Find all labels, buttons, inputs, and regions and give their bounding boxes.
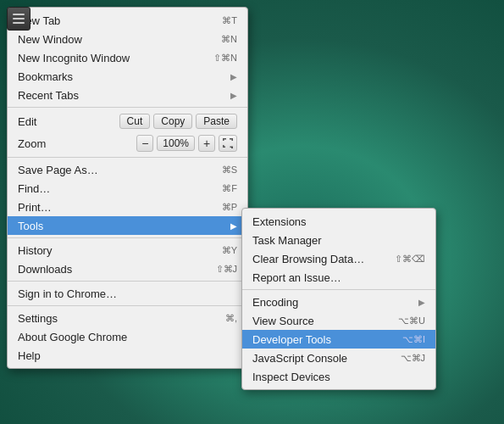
menu-item-settings[interactable]: Settings ⌘,: [8, 309, 247, 327]
submenu-item-inspect-devices[interactable]: Inspect Devices: [242, 367, 435, 386]
chrome-menu-button[interactable]: [7, 7, 30, 31]
separator: [8, 305, 247, 306]
submenu-item-javascript-console[interactable]: JavaScript Console ⌥⌘J: [242, 349, 435, 367]
menu-item-history[interactable]: History ⌘Y: [8, 241, 247, 259]
hamburger-line: [13, 14, 25, 15]
fullscreen-button[interactable]: [219, 135, 237, 152]
copy-button[interactable]: Copy: [153, 114, 192, 129]
submenu-item-view-source[interactable]: View Source ⌥⌘U: [242, 311, 435, 330]
zoom-row: Zoom − 100% +: [8, 132, 247, 154]
separator: [242, 289, 435, 290]
paste-button[interactable]: Paste: [196, 114, 237, 129]
submenu-item-report-issue[interactable]: Report an Issue…: [242, 268, 435, 287]
submenu-item-developer-tools[interactable]: Developer Tools ⌥⌘I: [242, 330, 435, 349]
menu-item-tools[interactable]: Tools ▶: [8, 216, 247, 235]
separator: [8, 107, 247, 108]
menu-item-save-page[interactable]: Save Page As… ⌘S: [8, 160, 247, 179]
menu-item-new-window[interactable]: New Window ⌘N: [8, 30, 247, 48]
menu-item-help[interactable]: Help: [8, 346, 247, 365]
zoom-value: 100%: [157, 136, 195, 151]
submenu-item-clear-browsing[interactable]: Clear Browsing Data… ⇧⌘⌫: [242, 249, 435, 268]
menu-item-about[interactable]: About Google Chrome: [8, 327, 247, 346]
hamburger-line: [13, 22, 25, 24]
edit-row: Edit Cut Copy Paste: [8, 110, 247, 132]
hamburger-line: [13, 18, 25, 20]
zoom-out-button[interactable]: −: [136, 135, 153, 152]
menu-item-downloads[interactable]: Downloads ⇧⌘J: [8, 259, 247, 278]
separator: [8, 237, 247, 238]
separator: [8, 157, 247, 158]
submenu-item-extensions[interactable]: Extensions: [242, 212, 435, 231]
submenu-item-encoding[interactable]: Encoding ▶: [242, 293, 435, 311]
menu-item-sign-in[interactable]: Sign in to Chrome…: [8, 284, 247, 303]
main-dropdown-menu: New Tab ⌘T New Window ⌘N New Incognito W…: [7, 7, 248, 369]
zoom-in-button[interactable]: +: [198, 135, 215, 152]
menu-item-new-incognito[interactable]: New Incognito Window ⇧⌘N: [8, 48, 247, 67]
menu-item-print[interactable]: Print… ⌘P: [8, 198, 247, 216]
menu-item-recent-tabs[interactable]: Recent Tabs ▶: [8, 86, 247, 104]
submenu-item-task-manager[interactable]: Task Manager: [242, 231, 435, 249]
cut-button[interactable]: Cut: [119, 114, 151, 129]
separator: [8, 281, 247, 282]
tools-submenu: Extensions Task Manager Clear Browsing D…: [241, 208, 436, 390]
submenu-arrow-icon: ▶: [230, 91, 237, 100]
submenu-arrow-icon: ▶: [418, 298, 425, 307]
menu-item-new-tab[interactable]: New Tab ⌘T: [8, 11, 247, 30]
fullscreen-icon: [222, 137, 234, 149]
submenu-arrow-icon: ▶: [230, 72, 237, 81]
submenu-arrow-icon: ▶: [230, 221, 237, 231]
menu-item-bookmarks[interactable]: Bookmarks ▶: [8, 67, 247, 86]
menu-item-find[interactable]: Find… ⌘F: [8, 179, 247, 198]
